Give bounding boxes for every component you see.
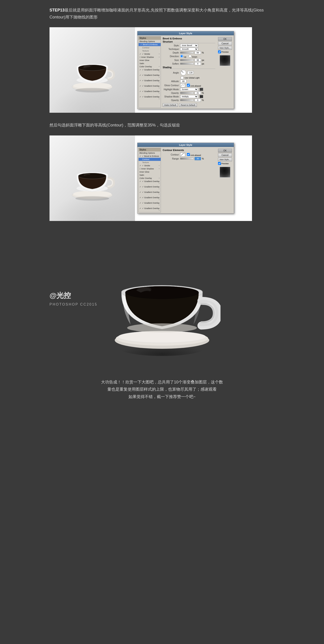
angle-dial[interactable]	[180, 70, 186, 76]
cancel-btn-1[interactable]: Cancel	[218, 42, 232, 46]
highlight-mode-dropdown[interactable]: Screen	[180, 88, 198, 91]
soften-slider[interactable]	[180, 63, 194, 64]
go1-item[interactable]: ✓ Gradient Overlay +	[138, 68, 161, 74]
soften-input[interactable]	[194, 62, 201, 65]
inner-glow-item[interactable]: Inner Glow	[138, 59, 161, 62]
go2-item[interactable]: ✓ Gradient Overlay +	[138, 74, 161, 79]
satin-item-2[interactable]: Satin	[138, 174, 161, 177]
ps-buttons-panel-1: OK Cancel New Style... Preview	[217, 36, 233, 108]
depth-unit: %	[202, 52, 204, 54]
satin-item[interactable]: Satin	[138, 62, 161, 65]
contour-preview[interactable]	[180, 152, 185, 156]
author-label: @光控	[50, 291, 98, 300]
preview-checkbox-2[interactable]	[218, 162, 221, 165]
bottom-line1: 大功告成！！欣赏一下大图吧，总共用了10个渐变叠加图层，这个数	[50, 378, 274, 386]
angle-input[interactable]	[188, 71, 194, 74]
shading-title: Shading	[163, 66, 215, 69]
stroke-item-2[interactable]: ✓ Stroke +	[138, 164, 161, 167]
go5-item[interactable]: ✓ Gradient Overlay +	[138, 90, 161, 95]
preview-checkbox-1[interactable]	[218, 50, 221, 53]
texture-item[interactable]: Texture	[138, 49, 161, 52]
coffee-area-2	[50, 136, 135, 221]
anti-aliased-label[interactable]: Anti-aliased	[187, 84, 201, 87]
coffee-area-1	[50, 27, 135, 113]
preview-label-2[interactable]: Preview	[218, 162, 232, 165]
contour-label: Contour:	[164, 154, 179, 156]
inner-shadow-item[interactable]: □ Inner Shadow +	[138, 56, 161, 59]
contour-item[interactable]: Contour	[138, 46, 161, 49]
anti-aliased-checkbox[interactable]	[187, 84, 190, 87]
opacity1-slider[interactable]	[180, 92, 194, 94]
opacity1-input[interactable]	[194, 91, 201, 94]
inner-glow-item-2[interactable]: Inner Glow	[138, 170, 161, 174]
technique-label: Technique:	[164, 48, 179, 50]
direction-up-label[interactable]: Up	[180, 55, 186, 58]
size-input[interactable]	[194, 58, 201, 62]
styles-header-2: Styles	[138, 148, 161, 152]
bevel-emboss-item[interactable]: Bevel & Emboss	[138, 43, 161, 46]
svg-point-16	[76, 196, 109, 201]
ps-bevel-content: Bevel & Emboss Structure Style: Inner Be…	[162, 36, 216, 108]
altitude-input[interactable]	[180, 80, 186, 83]
opacity2-slider[interactable]	[180, 99, 194, 101]
range-slider[interactable]	[180, 158, 194, 160]
ok-btn-1[interactable]: OK	[218, 37, 232, 41]
reset-default-btn[interactable]: Reset to Default	[179, 103, 197, 107]
size-unit: px	[202, 59, 204, 62]
highlight-color-swatch[interactable]	[200, 88, 203, 91]
global-light-row[interactable]: Use Global Light	[163, 76, 215, 80]
stroke-item[interactable]: ✓ Stroke +	[138, 52, 161, 56]
ok-btn-2[interactable]: OK	[218, 149, 232, 152]
blending-options-item-2[interactable]: Blending Options	[138, 152, 161, 154]
step-label: STEP13	[50, 8, 64, 12]
default-buttons-row: Make Default Reset to Default	[163, 103, 215, 107]
go1-item-2[interactable]: ✓ Gradient Overlay +	[138, 180, 161, 185]
new-style-btn-2[interactable]: New Style...	[218, 158, 232, 161]
depth-slider[interactable]	[180, 52, 194, 54]
global-light-checkbox[interactable]	[181, 76, 184, 79]
tutorial-section-1: Layer Style Styles Blending Options Beve…	[50, 27, 274, 113]
bottom-text: 大功告成！！欣赏一下大图吧，总共用了10个渐变叠加图层，这个数 量也是重复使用图…	[50, 370, 274, 414]
texture-item-2[interactable]: Texture	[138, 161, 161, 164]
direction-up-radio[interactable]	[180, 55, 183, 58]
inner-shadow-item-2[interactable]: □ Inner Shadow +	[138, 167, 161, 170]
shadow-mode-dropdown[interactable]: Multiply	[180, 95, 198, 98]
direction-down-radio[interactable]	[188, 55, 192, 58]
make-default-btn[interactable]: Make Default	[163, 103, 178, 107]
bevel-emboss-item-2[interactable]: ✓ Bevel & Emboss	[138, 154, 161, 158]
style-dropdown[interactable]: Inner Bevel	[180, 44, 198, 47]
go5-item-2[interactable]: ✓ Gradient Overlay +	[138, 202, 161, 207]
range-input[interactable]	[194, 157, 201, 160]
new-style-btn-1[interactable]: New Style...	[218, 46, 232, 50]
color-overlay-item-2[interactable]: Color Overlay +	[138, 177, 161, 180]
color-overlay-item[interactable]: Color Overlay +	[138, 65, 161, 68]
bevel-title: Bevel & Emboss	[163, 37, 215, 40]
blending-options-item[interactable]: Blending Options	[138, 40, 161, 43]
depth-input[interactable]	[194, 51, 201, 54]
direction-down-label[interactable]: Down	[188, 55, 197, 58]
cancel-btn-2[interactable]: Cancel	[218, 153, 232, 157]
size-slider[interactable]	[180, 59, 194, 61]
contour-anti-aliased-checkbox[interactable]	[187, 153, 190, 156]
style-label: Style:	[164, 44, 179, 47]
gloss-contour-preview[interactable]	[180, 83, 185, 87]
opacity2-input[interactable]	[194, 98, 201, 102]
contour-anti-aliased-label[interactable]: Anti-aliased	[187, 153, 201, 156]
preview-label-1[interactable]: Preview	[218, 50, 232, 53]
technique-dropdown[interactable]: Smooth	[180, 48, 198, 51]
go6-item-2[interactable]: ✓ Gradient Overlay +	[138, 207, 161, 212]
go4-item-2[interactable]: ✓ Gradient Overlay +	[138, 196, 161, 202]
shadow-mode-label: Shadow Mode:	[164, 96, 179, 98]
go3-item[interactable]: ✓ Gradient Overlay +	[138, 79, 161, 84]
go6-item[interactable]: ✓ Gradient Overlay +	[138, 95, 161, 100]
go2-item-2[interactable]: ✓ Gradient Overlay +	[138, 185, 161, 190]
contour-item-2[interactable]: Contour	[138, 158, 161, 161]
shadow-mode-row: Shadow Mode: Multiply	[163, 95, 215, 98]
go3-item-2[interactable]: ✓ Gradient Overlay +	[138, 190, 161, 196]
shadow-color-swatch[interactable]	[200, 95, 203, 98]
size-label: Size:	[164, 59, 179, 62]
opacity1-unit: %	[202, 92, 204, 94]
go4-item[interactable]: ✓ Gradient Overlay +	[138, 84, 161, 90]
range-unit: %	[202, 158, 204, 160]
range-label: Range:	[164, 158, 179, 160]
